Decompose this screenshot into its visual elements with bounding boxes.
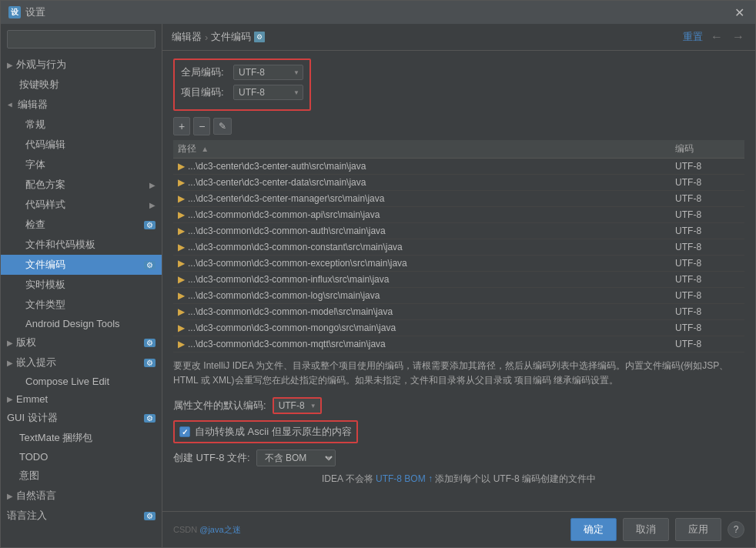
content-area: 全局编码: UTF-8 GBK ISO-8859-1 项目编码: <box>162 51 755 511</box>
confirm-button[interactable]: 确定 <box>570 518 617 541</box>
sidebar: ▶ 外观与行为 按键映射 ▼ 编辑器 常规 代码编辑 字体 配色方案 ▶ <box>1 24 162 547</box>
close-button[interactable]: ✕ <box>731 5 748 20</box>
sidebar-item-compose-live-edit[interactable]: Compose Live Edit <box>1 373 162 390</box>
table-row[interactable]: ▶...\dc3-common\dc3-common-constant\src\… <box>173 239 744 256</box>
back-button[interactable]: ← <box>709 30 724 44</box>
folder-icon: ▶ <box>178 306 185 317</box>
badge: ⚙ <box>144 414 156 423</box>
path-cell: ▶...\dc3-common\dc3-common-model\src\mai… <box>173 304 671 320</box>
sidebar-item-label: 配色方案 <box>25 178 65 192</box>
encoding-cell: UTF-8 <box>671 288 744 304</box>
breadcrumb-part2: 文件编码 <box>211 30 251 44</box>
encoding-cell: UTF-8 <box>671 159 744 175</box>
sidebar-item-label: 编辑器 <box>18 98 48 112</box>
table-row[interactable]: ▶...\dc3-common\dc3-common-mongo\src\mai… <box>173 320 744 336</box>
sidebar-item-intention[interactable]: 意图 <box>1 466 162 486</box>
sidebar-item-embed-hints[interactable]: ▶ 嵌入提示 ⚙ <box>1 353 162 373</box>
encoding-cell: UTF-8 <box>671 304 744 320</box>
dialog-title: 设置 <box>25 5 45 19</box>
utf8-bom-label: 创建 UTF-8 文件: <box>173 451 250 465</box>
path-cell: ▶...\dc3-center\dc3-center-manager\src\m… <box>173 191 671 207</box>
badge: ⚙ <box>144 339 156 347</box>
sidebar-item-color-scheme[interactable]: 配色方案 ▶ <box>1 175 162 195</box>
project-encoding-select[interactable]: UTF-8 GBK ISO-8859-1 <box>233 85 303 100</box>
remove-button[interactable]: − <box>193 117 210 135</box>
sidebar-item-file-code-template[interactable]: 文件和代码模板 <box>1 235 162 255</box>
sidebar-item-gui-designer[interactable]: GUI 设计器 ⚙ <box>1 408 162 428</box>
sidebar-item-live-template[interactable]: 实时模板 <box>1 275 162 295</box>
forward-button[interactable]: → <box>731 30 746 44</box>
reset-button[interactable]: 重置 <box>683 30 703 44</box>
encoding-cell: UTF-8 <box>671 320 744 336</box>
help-button[interactable]: ? <box>728 521 744 538</box>
table-row[interactable]: ▶...\dc3-center\dc3-center-data\src\main… <box>173 175 744 191</box>
settings-dialog: 设 设置 ✕ ▶ 外观与行为 按键映射 ▼ 编辑器 常规 <box>0 0 756 548</box>
path-cell: ▶...\dc3-common\dc3-common-api\src\main\… <box>173 207 671 223</box>
global-encoding-select[interactable]: UTF-8 GBK ISO-8859-1 <box>233 65 303 80</box>
sidebar-item-label: 语言注入 <box>7 509 47 523</box>
table-row[interactable]: ▶...\dc3-common\dc3-common-auth\src\main… <box>173 223 744 239</box>
sidebar-item-keymap[interactable]: 按键映射 <box>1 75 162 95</box>
utf8-bom-link[interactable]: UTF-8 BOM ↑ <box>376 473 433 484</box>
table-row[interactable]: ▶...\dc3-common\dc3-common-api\src\main\… <box>173 207 744 223</box>
sidebar-item-natural-lang[interactable]: ▶ 自然语言 <box>1 486 162 506</box>
table-row[interactable]: ▶...\dc3-center\dc3-center-manager\src\m… <box>173 191 744 207</box>
arrow-icon: ▶ <box>149 201 156 209</box>
table-row[interactable]: ▶...\dc3-common\dc3-common-model\src\mai… <box>173 304 744 320</box>
edit-button[interactable]: ✎ <box>213 118 232 135</box>
sidebar-item-editor[interactable]: ▼ 编辑器 <box>1 95 162 115</box>
sidebar-item-label: 意图 <box>19 469 39 483</box>
badge: ⚙ <box>144 221 156 229</box>
title-bar-left: 设 设置 <box>8 5 45 19</box>
sidebar-item-file-encoding[interactable]: 文件编码 ⚙ <box>1 255 162 275</box>
sidebar-item-appearance[interactable]: ▶ 外观与行为 <box>1 55 162 75</box>
arrow-icon: ▶ <box>7 359 13 367</box>
sidebar-item-label: 代码样式 <box>25 198 65 212</box>
sidebar-item-code-edit[interactable]: 代码编辑 <box>1 135 162 155</box>
sort-icon: ▲ <box>201 145 209 153</box>
badge: ⚙ <box>144 359 156 367</box>
sidebar-item-inspection[interactable]: 检查 ⚙ <box>1 215 162 235</box>
table-row[interactable]: ▶...\dc3-common\dc3-common-mqtt\src\main… <box>173 336 744 353</box>
table-row[interactable]: ▶...\dc3-common\dc3-common-exception\src… <box>173 256 744 272</box>
folder-icon: ▶ <box>178 258 185 269</box>
sidebar-item-lang-inject[interactable]: 语言注入 ⚙ <box>1 506 162 526</box>
path-cell: ▶...\dc3-common\dc3-common-influx\src\ma… <box>173 272 671 288</box>
encoding-cell: UTF-8 <box>671 175 744 191</box>
arrow-icon: ▶ <box>149 181 156 189</box>
sidebar-item-todo[interactable]: TODO <box>1 448 162 466</box>
utf8-bom-select[interactable]: 不含 BOM 含 BOM <box>256 449 336 466</box>
property-encoding-label: 属性文件的默认编码: <box>173 399 266 413</box>
sidebar-item-copyright[interactable]: ▶ 版权 ⚙ <box>1 332 162 353</box>
encoding-cell: UTF-8 <box>671 207 744 223</box>
table-row[interactable]: ▶...\dc3-common\dc3-common-influx\src\ma… <box>173 272 744 288</box>
arrow-icon: ▶ <box>7 395 13 403</box>
cancel-button[interactable]: 取消 <box>623 518 669 541</box>
badge: ⚙ <box>144 261 156 269</box>
apply-button[interactable]: 应用 <box>675 518 721 541</box>
folder-icon: ▶ <box>178 290 185 301</box>
property-encoding-select[interactable]: UTF-8 GBK <box>274 399 320 413</box>
path-cell: ▶...\dc3-common\dc3-common-auth\src\main… <box>173 223 671 239</box>
table-row[interactable]: ▶...\dc3-common\dc3-common-log\src\main\… <box>173 288 744 304</box>
search-input[interactable] <box>7 30 156 48</box>
table-row[interactable]: ▶...\dc3-center\dc3-center-auth\src\main… <box>173 159 744 175</box>
sidebar-item-label: 嵌入提示 <box>16 356 56 369</box>
info-text: 要更改 IntelliJ IDEA 为文件、目录或整个项目使用的编码，请根需要添… <box>173 359 744 388</box>
sidebar-item-general[interactable]: 常规 <box>1 115 162 135</box>
sidebar-item-android-design[interactable]: Android Design Tools <box>1 315 162 332</box>
auto-convert-checkbox[interactable] <box>179 426 190 437</box>
sidebar-item-font[interactable]: 字体 <box>1 155 162 175</box>
breadcrumb-part1: 编辑器 <box>172 30 202 44</box>
sidebar-item-code-style[interactable]: 代码样式 ▶ <box>1 195 162 215</box>
sidebar-item-emmet[interactable]: ▶ Emmet <box>1 390 162 408</box>
folder-icon: ▶ <box>178 339 185 349</box>
encoding-cell: UTF-8 <box>671 223 744 239</box>
sidebar-item-file-type[interactable]: 文件类型 <box>1 295 162 315</box>
sidebar-item-label: 文件类型 <box>25 298 65 312</box>
sidebar-item-textmate[interactable]: TextMate 捆绑包 <box>1 428 162 448</box>
property-encoding-row: 属性文件的默认编码: UTF-8 GBK <box>173 397 744 414</box>
global-encoding-label: 全局编码: <box>181 65 227 79</box>
path-cell: ▶...\dc3-common\dc3-common-mqtt\src\main… <box>173 336 671 353</box>
add-button[interactable]: + <box>173 117 190 135</box>
